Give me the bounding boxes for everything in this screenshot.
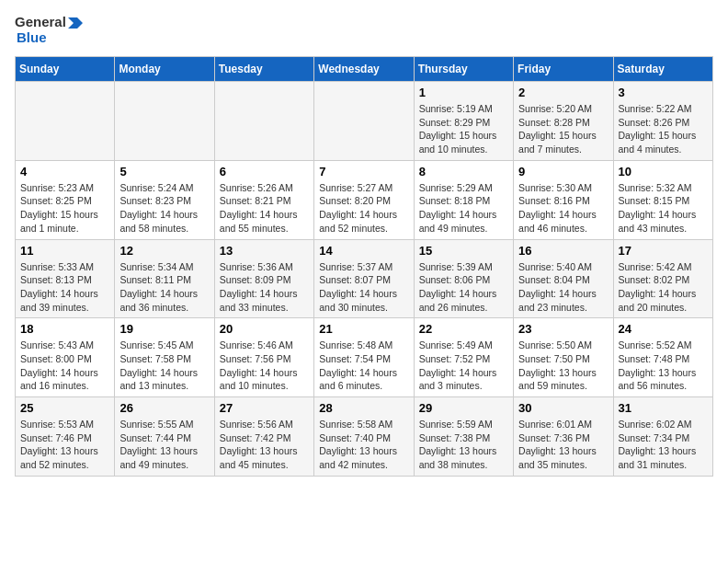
week-row-2: 11Sunrise: 5:33 AM Sunset: 8:13 PM Dayli… <box>16 239 713 318</box>
day-number: 29 <box>419 401 508 415</box>
calendar-cell: 19Sunrise: 5:45 AM Sunset: 7:58 PM Dayli… <box>115 318 214 397</box>
day-number: 24 <box>619 322 708 336</box>
calendar-cell <box>314 82 414 161</box>
calendar-cell: 14Sunrise: 5:37 AM Sunset: 8:07 PM Dayli… <box>314 239 414 318</box>
day-number: 6 <box>220 165 309 178</box>
calendar-cell: 4Sunrise: 5:23 AM Sunset: 8:25 PM Daylig… <box>16 160 115 239</box>
calendar-cell: 8Sunrise: 5:29 AM Sunset: 8:18 PM Daylig… <box>414 160 513 239</box>
calendar-cell: 5Sunrise: 5:24 AM Sunset: 8:23 PM Daylig… <box>115 160 214 239</box>
day-number: 1 <box>419 86 508 99</box>
day-number: 31 <box>619 401 708 415</box>
calendar-cell: 20Sunrise: 5:46 AM Sunset: 7:56 PM Dayli… <box>214 318 313 397</box>
day-info: Sunrise: 5:39 AM Sunset: 8:06 PM Dayligh… <box>419 260 508 315</box>
day-info: Sunrise: 5:33 AM Sunset: 8:13 PM Dayligh… <box>20 260 109 315</box>
day-number: 20 <box>220 322 309 336</box>
day-number: 11 <box>20 244 109 258</box>
day-info: Sunrise: 5:19 AM Sunset: 8:29 PM Dayligh… <box>419 102 508 156</box>
calendar-cell: 6Sunrise: 5:26 AM Sunset: 8:21 PM Daylig… <box>214 160 313 239</box>
day-number: 9 <box>518 165 608 178</box>
day-info: Sunrise: 6:01 AM Sunset: 7:36 PM Dayligh… <box>518 418 608 472</box>
calendar-cell <box>16 82 115 161</box>
day-info: Sunrise: 5:32 AM Sunset: 8:15 PM Dayligh… <box>619 181 708 236</box>
day-number: 27 <box>220 401 309 415</box>
header-cell-wednesday: Wednesday <box>314 57 414 82</box>
calendar-cell: 7Sunrise: 5:27 AM Sunset: 8:20 PM Daylig… <box>314 160 414 239</box>
calendar-cell: 29Sunrise: 5:59 AM Sunset: 7:38 PM Dayli… <box>414 397 513 477</box>
day-number: 22 <box>419 322 508 336</box>
day-info: Sunrise: 5:20 AM Sunset: 8:28 PM Dayligh… <box>518 102 608 156</box>
day-info: Sunrise: 5:52 AM Sunset: 7:48 PM Dayligh… <box>619 339 708 393</box>
day-number: 30 <box>518 401 608 415</box>
logo-general: General <box>15 15 66 30</box>
day-number: 15 <box>419 244 508 258</box>
calendar-cell: 9Sunrise: 5:30 AM Sunset: 8:16 PM Daylig… <box>514 160 613 239</box>
day-info: Sunrise: 5:55 AM Sunset: 7:44 PM Dayligh… <box>119 418 209 472</box>
week-row-0: 1Sunrise: 5:19 AM Sunset: 8:29 PM Daylig… <box>16 82 713 161</box>
day-info: Sunrise: 5:56 AM Sunset: 7:42 PM Dayligh… <box>220 418 309 472</box>
header-cell-tuesday: Tuesday <box>214 57 313 82</box>
day-info: Sunrise: 5:26 AM Sunset: 8:21 PM Dayligh… <box>220 181 309 236</box>
calendar-table: SundayMondayTuesdayWednesdayThursdayFrid… <box>15 56 713 477</box>
day-info: Sunrise: 5:23 AM Sunset: 8:25 PM Dayligh… <box>20 181 109 236</box>
day-info: Sunrise: 5:36 AM Sunset: 8:09 PM Dayligh… <box>220 260 309 315</box>
calendar-cell: 17Sunrise: 5:42 AM Sunset: 8:02 PM Dayli… <box>613 239 712 318</box>
day-number: 21 <box>319 322 408 336</box>
day-info: Sunrise: 5:53 AM Sunset: 7:46 PM Dayligh… <box>20 418 109 472</box>
day-info: Sunrise: 5:27 AM Sunset: 8:20 PM Dayligh… <box>319 181 408 236</box>
calendar-cell <box>214 82 313 161</box>
day-info: Sunrise: 5:59 AM Sunset: 7:38 PM Dayligh… <box>419 418 508 472</box>
calendar-cell: 27Sunrise: 5:56 AM Sunset: 7:42 PM Dayli… <box>214 397 313 477</box>
calendar-cell: 31Sunrise: 6:02 AM Sunset: 7:34 PM Dayli… <box>613 397 712 477</box>
day-number: 13 <box>220 244 309 258</box>
day-info: Sunrise: 5:49 AM Sunset: 7:52 PM Dayligh… <box>419 339 508 393</box>
day-number: 4 <box>20 165 109 178</box>
header-cell-thursday: Thursday <box>414 57 513 82</box>
calendar-cell: 16Sunrise: 5:40 AM Sunset: 8:04 PM Dayli… <box>514 239 613 318</box>
day-number: 10 <box>619 165 708 178</box>
week-row-3: 18Sunrise: 5:43 AM Sunset: 8:00 PM Dayli… <box>16 318 713 397</box>
day-number: 7 <box>319 165 408 178</box>
calendar-cell: 24Sunrise: 5:52 AM Sunset: 7:48 PM Dayli… <box>613 318 712 397</box>
calendar-cell: 30Sunrise: 6:01 AM Sunset: 7:36 PM Dayli… <box>514 397 613 477</box>
day-number: 16 <box>518 244 608 258</box>
logo-container: General Blue <box>15 15 83 45</box>
header-cell-sunday: Sunday <box>16 57 115 82</box>
day-number: 19 <box>119 322 209 336</box>
day-info: Sunrise: 5:50 AM Sunset: 7:50 PM Dayligh… <box>518 339 608 393</box>
day-number: 2 <box>518 86 608 99</box>
day-info: Sunrise: 6:02 AM Sunset: 7:34 PM Dayligh… <box>619 418 708 472</box>
header-cell-friday: Friday <box>514 57 613 82</box>
day-info: Sunrise: 5:43 AM Sunset: 8:00 PM Dayligh… <box>20 339 109 393</box>
day-number: 26 <box>119 401 209 415</box>
calendar-cell: 22Sunrise: 5:49 AM Sunset: 7:52 PM Dayli… <box>414 318 513 397</box>
calendar-cell <box>115 82 214 161</box>
day-number: 28 <box>319 401 408 415</box>
calendar-cell: 11Sunrise: 5:33 AM Sunset: 8:13 PM Dayli… <box>16 239 115 318</box>
calendar-cell: 23Sunrise: 5:50 AM Sunset: 7:50 PM Dayli… <box>514 318 613 397</box>
day-number: 12 <box>119 244 209 258</box>
logo-blue: Blue <box>17 30 83 46</box>
calendar-cell: 13Sunrise: 5:36 AM Sunset: 8:09 PM Dayli… <box>214 239 313 318</box>
header-cell-monday: Monday <box>115 57 214 82</box>
logo-chevron-icon <box>68 16 83 29</box>
header-cell-saturday: Saturday <box>613 57 712 82</box>
day-info: Sunrise: 5:42 AM Sunset: 8:02 PM Dayligh… <box>619 260 708 315</box>
calendar-cell: 15Sunrise: 5:39 AM Sunset: 8:06 PM Dayli… <box>414 239 513 318</box>
day-info: Sunrise: 5:24 AM Sunset: 8:23 PM Dayligh… <box>119 181 209 236</box>
calendar-cell: 3Sunrise: 5:22 AM Sunset: 8:26 PM Daylig… <box>613 82 712 161</box>
day-info: Sunrise: 5:30 AM Sunset: 8:16 PM Dayligh… <box>518 181 608 236</box>
day-number: 25 <box>20 401 109 415</box>
calendar-header: SundayMondayTuesdayWednesdayThursdayFrid… <box>16 57 713 82</box>
day-number: 23 <box>518 322 608 336</box>
calendar-cell: 21Sunrise: 5:48 AM Sunset: 7:54 PM Dayli… <box>314 318 414 397</box>
header: General Blue <box>15 15 713 45</box>
day-info: Sunrise: 5:58 AM Sunset: 7:40 PM Dayligh… <box>319 418 408 472</box>
svg-marker-0 <box>68 17 83 29</box>
day-info: Sunrise: 5:46 AM Sunset: 7:56 PM Dayligh… <box>220 339 309 393</box>
calendar-cell: 10Sunrise: 5:32 AM Sunset: 8:15 PM Dayli… <box>613 160 712 239</box>
calendar-cell: 2Sunrise: 5:20 AM Sunset: 8:28 PM Daylig… <box>514 82 613 161</box>
calendar-cell: 28Sunrise: 5:58 AM Sunset: 7:40 PM Dayli… <box>314 397 414 477</box>
day-number: 3 <box>619 86 708 99</box>
calendar-cell: 25Sunrise: 5:53 AM Sunset: 7:46 PM Dayli… <box>16 397 115 477</box>
day-info: Sunrise: 5:37 AM Sunset: 8:07 PM Dayligh… <box>319 260 408 315</box>
